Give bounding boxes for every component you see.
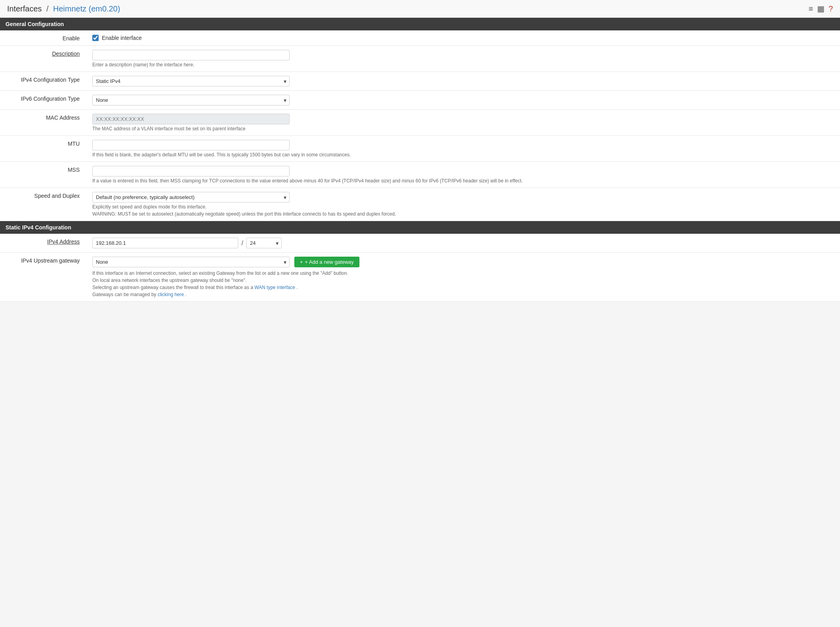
breadcrumb-prefix: Interfaces	[7, 4, 42, 13]
enable-row: Enable Enable interface	[0, 30, 840, 46]
mss-row: MSS If a value is entered in this field,…	[0, 162, 840, 188]
mss-input-cell: If a value is entered in this field, the…	[87, 162, 840, 188]
general-config-header: General Configuration	[0, 18, 840, 30]
mss-input[interactable]	[92, 166, 290, 176]
static-ipv4-table: IPv4 Address 192.168.20.1 / 24 8 16 25 2…	[0, 234, 840, 302]
cidr-select[interactable]: 24 8 16 25 26 27 28 29 30 31 32	[246, 238, 282, 248]
mss-label: MSS	[0, 162, 87, 188]
speed-duplex-hint1: Explicitly set speed and duplex mode for…	[92, 204, 834, 210]
mtu-hint: If this field is blank, the adapter's de…	[92, 152, 834, 158]
speed-duplex-label: Speed and Duplex	[0, 188, 87, 221]
description-label: Description	[0, 46, 87, 72]
ipv4-gateway-label: IPv4 Upstream gateway	[0, 253, 87, 302]
wan-type-link[interactable]: WAN type interface	[254, 285, 295, 290]
general-config-table: Enable Enable interface Description Heim…	[0, 30, 840, 221]
speed-duplex-row: Speed and Duplex Default (no preference,…	[0, 188, 840, 221]
ipv4-gateway-row: IPv4 Upstream gateway None + + Add a new…	[0, 253, 840, 302]
description-hint: Enter a description (name) for the inter…	[92, 62, 834, 68]
gateway-row: None + + Add a new gateway	[92, 257, 834, 267]
ipv4-slash: /	[241, 240, 243, 247]
ipv4-config-type-select[interactable]: Static IPv4 DHCP None	[92, 76, 290, 86]
cidr-wrapper: 24 8 16 25 26 27 28 29 30 31 32	[246, 238, 282, 248]
ipv4-config-type-input-cell: Static IPv4 DHCP None	[87, 72, 840, 91]
description-input[interactable]: Heimnetz	[92, 50, 290, 60]
speed-duplex-input-cell: Default (no preference, typically autose…	[87, 188, 840, 221]
mac-address-label: MAC Address	[0, 110, 87, 136]
mac-address-row: MAC Address The MAC address of a VLAN in…	[0, 110, 840, 136]
breadcrumb: Interfaces / Heimnetz (em0.20)	[7, 4, 120, 13]
ipv4-config-type-label: IPv4 Configuration Type	[0, 72, 87, 91]
enable-input-cell: Enable interface	[87, 30, 840, 46]
gateway-hint1: If this interface is an Internet connect…	[92, 270, 834, 276]
mac-address-hint: The MAC address of a VLAN interface must…	[92, 126, 834, 131]
add-gateway-plus-icon: +	[300, 259, 303, 265]
ipv4-address-label: IPv4 Address	[0, 234, 87, 253]
enable-checkbox-label: Enable interface	[102, 35, 142, 41]
ipv6-config-type-wrapper: None DHCPv6 Static IPv6 SLAAC	[92, 95, 290, 105]
speed-duplex-wrapper: Default (no preference, typically autose…	[92, 192, 290, 203]
breadcrumb-link: Heimnetz (em0.20)	[53, 4, 120, 13]
top-icons: ≡ ▦ ?	[808, 4, 833, 13]
chart-icon[interactable]: ▦	[817, 4, 825, 13]
add-gateway-button[interactable]: + + Add a new gateway	[294, 257, 359, 267]
ipv4-address-row-inner: 192.168.20.1 / 24 8 16 25 26 27 28 29 30	[92, 238, 834, 248]
help-icon[interactable]: ?	[829, 4, 833, 13]
enable-label: Enable	[0, 30, 87, 46]
mtu-input[interactable]	[92, 140, 290, 150]
gateway-hint2: On local area network interfaces the ups…	[92, 278, 834, 283]
ipv4-config-type-wrapper: Static IPv4 DHCP None	[92, 76, 290, 86]
gateway-hint3: Selecting an upstream gateway causes the…	[92, 285, 834, 290]
mtu-input-cell: If this field is blank, the adapter's de…	[87, 136, 840, 162]
ipv6-config-type-select[interactable]: None DHCPv6 Static IPv6 SLAAC	[92, 95, 290, 105]
ipv4-address-row: IPv4 Address 192.168.20.1 / 24 8 16 25 2…	[0, 234, 840, 253]
description-row: Description Heimnetz Enter a description…	[0, 46, 840, 72]
ipv4-address-input[interactable]: 192.168.20.1	[92, 238, 238, 248]
add-gateway-label: + Add a new gateway	[305, 259, 354, 265]
speed-duplex-select[interactable]: Default (no preference, typically autose…	[92, 192, 290, 203]
filter-icon[interactable]: ≡	[808, 4, 813, 13]
gateway-select[interactable]: None	[92, 257, 290, 267]
gateway-select-wrapper: None	[92, 257, 290, 267]
breadcrumb-sep: /	[46, 4, 49, 13]
content: General Configuration Enable Enable inte…	[0, 18, 840, 302]
ipv4-config-type-row: IPv4 Configuration Type Static IPv4 DHCP…	[0, 72, 840, 91]
gateway-hint4: Gateways can be managed by clicking here…	[92, 292, 834, 297]
speed-duplex-hint2: WARNING: MUST be set to autoselect (auto…	[92, 211, 834, 217]
mtu-label: MTU	[0, 136, 87, 162]
mac-address-input[interactable]	[92, 114, 290, 124]
mss-hint: If a value is entered in this field, the…	[92, 178, 834, 184]
ipv6-config-type-label: IPv6 Configuration Type	[0, 91, 87, 110]
static-ipv4-header: Static IPv4 Configuration	[0, 221, 840, 234]
ipv4-address-input-cell: 192.168.20.1 / 24 8 16 25 26 27 28 29 30	[87, 234, 840, 253]
ipv4-gateway-input-cell: None + + Add a new gateway If this inter…	[87, 253, 840, 302]
ipv6-config-type-row: IPv6 Configuration Type None DHCPv6 Stat…	[0, 91, 840, 110]
description-input-cell: Heimnetz Enter a description (name) for …	[87, 46, 840, 72]
mtu-row: MTU If this field is blank, the adapter'…	[0, 136, 840, 162]
enable-checkbox[interactable]	[92, 35, 99, 41]
ipv6-config-type-input-cell: None DHCPv6 Static IPv6 SLAAC	[87, 91, 840, 110]
clicking-here-link[interactable]: clicking here	[157, 292, 184, 297]
enable-checkbox-row: Enable interface	[92, 35, 834, 41]
top-bar: Interfaces / Heimnetz (em0.20) ≡ ▦ ?	[0, 0, 840, 18]
mac-address-input-cell: The MAC address of a VLAN interface must…	[87, 110, 840, 136]
